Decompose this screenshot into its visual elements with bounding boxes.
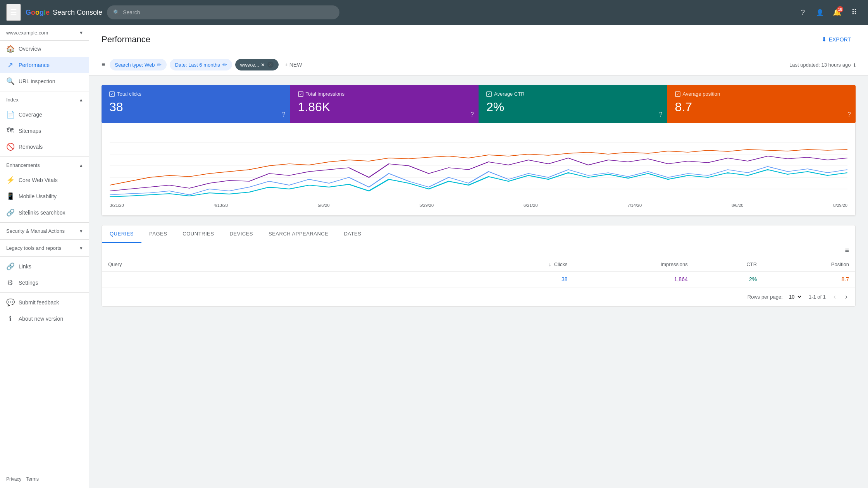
sidebar-item-about-new-version[interactable]: ℹ About new version <box>0 311 89 327</box>
next-page-button[interactable]: › <box>844 291 849 302</box>
sidebar-item-core-web-vitals[interactable]: ⚡ Core Web Vitals <box>0 172 89 188</box>
tab-queries[interactable]: QUERIES <box>102 225 141 243</box>
sidebar-item-performance[interactable]: ↗ Performance <box>0 57 89 73</box>
new-filter-button[interactable]: + NEW <box>282 59 305 70</box>
performance-icon: ↗ <box>6 61 14 69</box>
page-title: Performance <box>102 34 150 45</box>
ctr-checkbox[interactable] <box>486 91 492 97</box>
tabs-header: QUERIES PAGES COUNTRIES DEVICES SEARCH A… <box>102 225 855 243</box>
removals-icon: 🚫 <box>6 143 14 151</box>
x-label-3: 5/6/20 <box>318 203 330 208</box>
chart-container: 3/21/20 4/13/20 5/6/20 5/29/20 6/21/20 7… <box>102 123 856 216</box>
sidebar-item-overview[interactable]: 🏠 Overview <box>0 41 89 57</box>
search-icon: 🔍 <box>6 77 14 86</box>
search-input[interactable] <box>123 9 333 15</box>
sidebar-item-settings[interactable]: ⚙ Settings <box>0 275 89 291</box>
legacy-section-label: Legacy tools and reports <box>6 245 61 251</box>
property-selector[interactable]: www.example.com ▾ <box>0 25 89 41</box>
impressions-value: 1.86K <box>298 100 471 114</box>
index-section-label: Index <box>6 97 19 103</box>
ctr-info-icon: ? <box>659 111 663 118</box>
terms-link[interactable]: Terms <box>26 476 39 482</box>
links-icon: 🔗 <box>6 262 14 271</box>
sidebar-item-submit-feedback[interactable]: 💬 Submit feedback <box>0 294 89 311</box>
clicks-value: 38 <box>109 100 282 114</box>
sidebar-item-coverage[interactable]: 📄 Coverage <box>0 107 89 123</box>
impressions-info-icon: ? <box>470 111 474 118</box>
enhancements-section-header[interactable]: Enhancements ▴ <box>0 158 89 172</box>
metric-card-clicks[interactable]: Total clicks 38 ? <box>102 85 290 123</box>
search-icon: 🔍 <box>113 9 120 15</box>
sidebar-item-label: Sitemaps <box>19 128 41 134</box>
clicks-checkbox[interactable] <box>109 91 115 97</box>
impressions-label: Total impressions <box>306 91 344 97</box>
app-logo: Google Search Console <box>26 9 102 17</box>
apps-button[interactable]: ⠿ <box>846 5 862 20</box>
tabs-section: QUERIES PAGES COUNTRIES DEVICES SEARCH A… <box>102 225 856 307</box>
x-label-7: 8/6/20 <box>732 203 744 208</box>
metric-card-ctr[interactable]: Average CTR 2% ? <box>479 85 667 123</box>
sidebar-item-label: Removals <box>19 144 43 150</box>
custom-filter[interactable]: www.e... ✕ ✕ <box>235 59 279 70</box>
close-icon[interactable]: ✕ <box>267 62 274 68</box>
notifications-button[interactable]: 🔔 18 <box>829 5 845 20</box>
impressions-checkbox[interactable] <box>298 91 303 97</box>
sidebar-item-label: Mobile Usability <box>19 193 57 199</box>
pagination-info: 1-1 of 1 <box>809 294 826 300</box>
table-filter-icon[interactable]: ≡ <box>845 246 849 254</box>
position-checkbox[interactable] <box>675 91 680 97</box>
prev-page-button[interactable]: ‹ <box>832 291 837 302</box>
search-bar[interactable]: 🔍 <box>107 5 339 19</box>
topnav: ☰ Google Search Console 🔍 ? 👤 🔔 18 ⠿ <box>0 0 868 25</box>
content-area: Total clicks 38 ? Total impressions 1.86… <box>89 76 868 316</box>
topnav-actions: ? 👤 🔔 18 ⠿ <box>795 5 862 20</box>
cell-ctr: 2% <box>694 271 763 287</box>
legacy-section-header[interactable]: Legacy tools and reports ▾ <box>0 241 89 255</box>
tab-search-appearance[interactable]: SEARCH APPEARANCE <box>261 225 336 243</box>
metric-card-impressions[interactable]: Total impressions 1.86K ? <box>290 85 479 123</box>
cell-impressions: 1,864 <box>574 271 694 287</box>
position-value: 8.7 <box>675 100 848 114</box>
plus-icon: + <box>285 62 288 68</box>
export-button[interactable]: ⬇ EXPORT <box>817 33 856 46</box>
clicks-info-icon: ? <box>282 111 286 118</box>
x-label-6: 7/14/20 <box>627 203 642 208</box>
chevron-down-icon: ▾ <box>80 228 83 234</box>
metric-cards: Total clicks 38 ? Total impressions 1.86… <box>102 85 856 123</box>
x-label-2: 4/13/20 <box>214 203 228 208</box>
tab-pages[interactable]: PAGES <box>141 225 175 243</box>
last-updated: Last updated: 13 hours ago ℹ <box>789 62 856 68</box>
tab-countries[interactable]: COUNTRIES <box>175 225 222 243</box>
col-header-position: Position <box>763 258 855 271</box>
sidebar-item-links[interactable]: 🔗 Links <box>0 258 89 275</box>
custom-filter-label: www.e... ✕ <box>240 62 265 68</box>
sitemaps-icon: 🗺 <box>6 127 14 135</box>
metric-card-position[interactable]: Average position 8.7 ? <box>667 85 856 123</box>
menu-button[interactable]: ☰ <box>6 4 21 21</box>
tab-dates[interactable]: DATES <box>336 225 369 243</box>
clicks-label: Total clicks <box>117 91 141 97</box>
sidebar-item-label: Performance <box>19 62 50 68</box>
account-icon: 👤 <box>816 9 824 16</box>
tab-devices[interactable]: DEVICES <box>222 225 261 243</box>
rows-per-page-select[interactable]: 10 25 50 <box>786 293 803 301</box>
date-filter[interactable]: Date: Last 6 months ✏ <box>170 59 232 70</box>
account-button[interactable]: 👤 <box>812 5 828 20</box>
x-label-4: 5/29/20 <box>419 203 434 208</box>
sidebar-item-url-inspection[interactable]: 🔍 URL inspection <box>0 73 89 89</box>
sidebar-item-sitemaps[interactable]: 🗺 Sitemaps <box>0 123 89 139</box>
index-section-header[interactable]: Index ▴ <box>0 93 89 107</box>
col-header-clicks[interactable]: ↓ Clicks <box>479 258 574 271</box>
security-section-header[interactable]: Security & Manual Actions ▾ <box>0 224 89 238</box>
search-type-filter[interactable]: Search type: Web ✏ <box>110 59 167 70</box>
sidebar: www.example.com ▾ 🏠 Overview ↗ Performan… <box>0 25 89 488</box>
sidebar-item-mobile-usability[interactable]: 📱 Mobile Usability <box>0 188 89 204</box>
sidebar-item-sitelinks-searchbox[interactable]: 🔗 Sitelinks searchbox <box>0 204 89 221</box>
ctr-label: Average CTR <box>494 91 525 97</box>
chevron-up-icon: ▴ <box>80 162 83 168</box>
position-info-icon: ? <box>847 111 851 118</box>
privacy-link[interactable]: Privacy <box>6 476 21 482</box>
cell-position: 8.7 <box>763 271 855 287</box>
sidebar-item-removals[interactable]: 🚫 Removals <box>0 139 89 155</box>
help-button[interactable]: ? <box>795 5 811 20</box>
